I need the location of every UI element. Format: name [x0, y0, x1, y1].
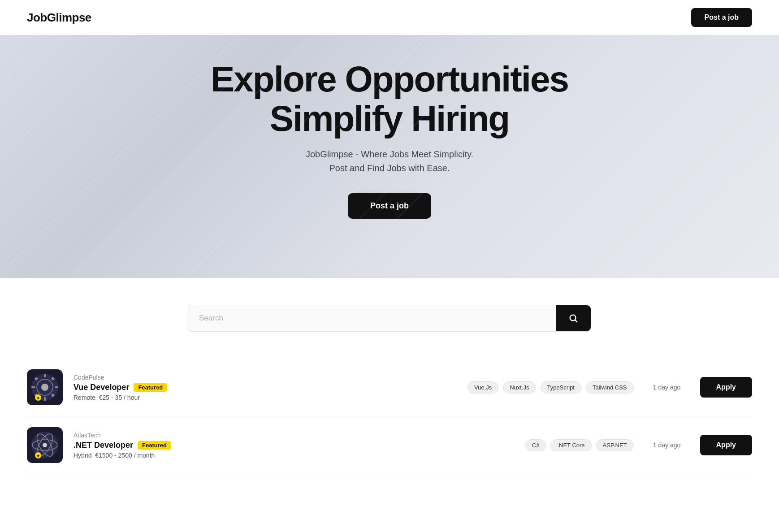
job-tags: C# .NET Core ASP.NET — [525, 439, 634, 451]
featured-badge: Featured — [138, 441, 171, 450]
search-button[interactable] — [556, 305, 591, 331]
job-card: ★ CodePulse Vue Developer Featured Remot… — [27, 359, 752, 416]
apply-button[interactable]: Apply — [700, 377, 752, 398]
tag: TypeScript — [541, 381, 581, 394]
tag: Tailwind CSS — [586, 381, 634, 394]
tag: ASP.NET — [596, 439, 634, 451]
job-info: CodePulse Vue Developer Featured Remote … — [74, 374, 457, 401]
job-meta: Hybrid €1500 - 2500 / month — [74, 452, 515, 459]
hero-subtitle2: Post and Find Jobs with Ease. — [329, 163, 450, 173]
job-company: AtlasTech — [74, 432, 515, 439]
job-title: Vue Developer — [74, 383, 129, 392]
navbar: JobGlimpse Post a job — [0, 0, 779, 35]
company-logo: ★ — [27, 369, 63, 405]
job-meta: Remote €25 - 35 / hour — [74, 394, 457, 401]
hero-post-job-button[interactable]: Post a job — [348, 193, 431, 219]
featured-badge: Featured — [134, 383, 167, 392]
navbar-post-job-button[interactable]: Post a job — [691, 8, 752, 27]
search-section — [0, 278, 779, 350]
jobs-section: ★ CodePulse Vue Developer Featured Remot… — [0, 350, 779, 501]
company-logo: ★ — [27, 427, 63, 463]
search-input[interactable] — [188, 305, 556, 331]
tag: Nuxt.Js — [503, 381, 536, 394]
search-icon — [568, 313, 578, 323]
svg-point-4 — [41, 384, 48, 391]
logo-svg: ★ — [29, 429, 61, 461]
hero-section: Explore Opportunities Simplify Hiring Jo… — [0, 0, 779, 278]
svg-line-1 — [575, 320, 577, 322]
hero-title-line2: Simplify Hiring — [270, 99, 510, 138]
job-company: CodePulse — [74, 374, 457, 381]
tag: .NET Core — [550, 439, 591, 451]
svg-point-19 — [43, 443, 47, 447]
job-title-row: Vue Developer Featured — [74, 383, 457, 392]
svg-point-0 — [570, 315, 576, 321]
job-time: 1 day ago — [645, 441, 689, 449]
job-tags: Vue.Js Nuxt.Js TypeScript Tailwind CSS — [467, 381, 634, 394]
logo-svg: ★ — [29, 372, 61, 403]
tag: Vue.Js — [467, 381, 498, 394]
svg-text:★: ★ — [36, 396, 40, 400]
svg-text:★: ★ — [36, 454, 40, 458]
job-title-row: .NET Developer Featured — [74, 441, 515, 450]
hero-title: Explore Opportunities Simplify Hiring — [211, 60, 568, 138]
svg-rect-5 — [44, 374, 46, 377]
hero-title-line1: Explore Opportunities — [211, 59, 568, 99]
hero-subtitle1: JobGlimpse - Where Jobs Meet Simplicity. — [306, 149, 473, 160]
job-info: AtlasTech .NET Developer Featured Hybrid… — [74, 432, 515, 459]
svg-rect-7 — [31, 386, 35, 388]
job-title: .NET Developer — [74, 441, 133, 450]
svg-rect-6 — [44, 397, 46, 401]
tag: C# — [525, 439, 546, 451]
search-bar — [188, 305, 591, 332]
job-card: ★ AtlasTech .NET Developer Featured Hybr… — [27, 416, 752, 474]
job-time: 1 day ago — [645, 384, 689, 391]
apply-button[interactable]: Apply — [700, 435, 752, 455]
site-logo: JobGlimpse — [27, 11, 91, 25]
svg-rect-8 — [55, 386, 58, 388]
